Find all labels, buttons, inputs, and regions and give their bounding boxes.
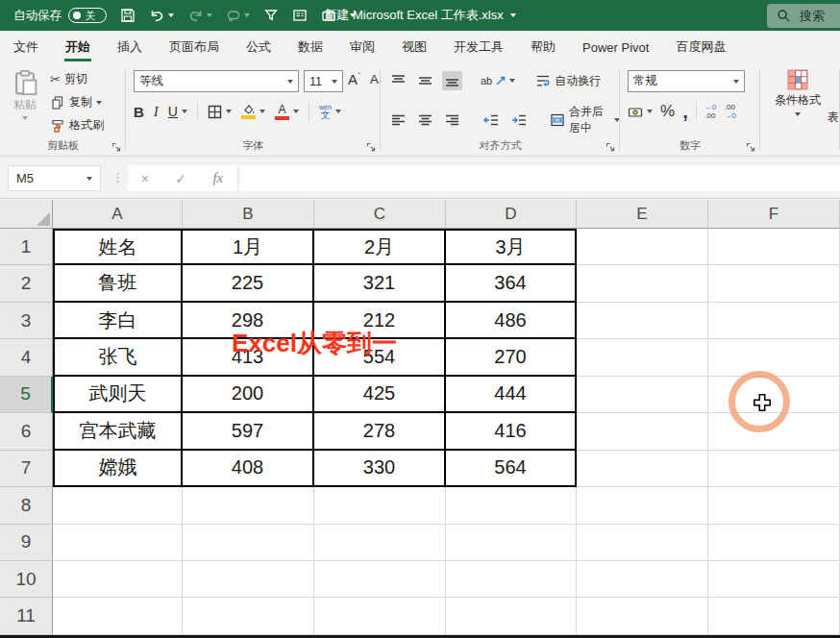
cell-E10[interactable]	[577, 561, 708, 598]
merge-center-button[interactable]: 合并后居中	[550, 104, 620, 136]
cell-E7[interactable]	[577, 451, 708, 487]
cell-D5[interactable]: 444	[446, 377, 577, 413]
align-left-button[interactable]	[388, 110, 408, 130]
align-top-button[interactable]	[388, 71, 408, 90]
cell-D10[interactable]	[446, 561, 577, 598]
cell-F7[interactable]	[708, 451, 840, 487]
number-dialog-launcher-icon[interactable]	[746, 142, 755, 152]
cell-A8[interactable]	[53, 487, 183, 524]
row-header-8[interactable]: 8	[0, 487, 53, 524]
cell-A7[interactable]: 嫦娥	[53, 451, 183, 487]
cell-F1[interactable]	[708, 229, 840, 265]
orientation-dropdown-icon[interactable]	[509, 79, 515, 83]
alignment-dialog-launcher-icon[interactable]	[605, 142, 615, 152]
number-format-select[interactable]: 常规	[628, 70, 745, 92]
row-header-10[interactable]: 10	[0, 561, 53, 598]
cell-E2[interactable]	[577, 265, 708, 302]
cell-D3[interactable]: 486	[446, 303, 577, 339]
cell-E3[interactable]	[577, 303, 708, 339]
cell-B5[interactable]: 200	[183, 377, 314, 413]
bold-button[interactable]: B	[134, 104, 144, 120]
comma-style-button[interactable]: ,	[682, 106, 688, 117]
borders-button[interactable]	[208, 105, 232, 119]
search-box[interactable]: 搜索	[767, 4, 840, 28]
tab-file[interactable]: 文件	[0, 31, 52, 63]
row-header-7[interactable]: 7	[0, 451, 53, 487]
cell-F8[interactable]	[708, 487, 840, 524]
fill-color-dropdown-icon[interactable]	[259, 110, 265, 113]
name-box-dropdown-icon[interactable]	[86, 177, 92, 181]
accounting-dropdown-icon[interactable]	[647, 110, 653, 113]
font-name-select[interactable]: 等线	[134, 70, 299, 92]
save-button[interactable]	[120, 8, 136, 23]
percent-style-button[interactable]: %	[660, 102, 675, 121]
column-header-F[interactable]: F	[708, 200, 840, 229]
cell-C1[interactable]: 2月	[314, 229, 446, 265]
tab-page-layout[interactable]: 页面布局	[156, 31, 233, 63]
select-all-corner[interactable]	[0, 200, 53, 229]
borders-dropdown-icon[interactable]	[226, 110, 232, 113]
tab-help[interactable]: 帮助	[517, 31, 569, 63]
cell-A3[interactable]: 李白	[53, 303, 183, 339]
conditional-formatting-button[interactable]: 条件格式	[770, 69, 826, 116]
cell-C8[interactable]	[314, 487, 446, 524]
accounting-format-button[interactable]	[628, 104, 653, 119]
cell-B7[interactable]: 408	[183, 451, 314, 487]
align-bottom-button[interactable]	[442, 71, 462, 90]
cell-B9[interactable]	[183, 525, 314, 561]
cell-B6[interactable]: 597	[183, 413, 314, 450]
cell-F9[interactable]	[708, 525, 840, 561]
font-color-dropdown-icon[interactable]	[293, 110, 299, 113]
underline-button[interactable]: U	[168, 104, 187, 119]
cell-F11[interactable]	[708, 598, 840, 634]
autosave-toggle[interactable]: 自动保存 关	[13, 8, 107, 24]
row-header-2[interactable]: 2	[0, 265, 53, 302]
decrease-indent-button[interactable]	[481, 110, 502, 130]
column-header-A[interactable]: A	[53, 200, 183, 229]
tab-power-pivot[interactable]: Power Pivot	[569, 31, 662, 63]
orientation-button[interactable]: ab	[481, 75, 515, 86]
cell-F2[interactable]	[708, 265, 840, 302]
cell-E11[interactable]	[577, 598, 708, 634]
cell-B8[interactable]	[183, 487, 314, 524]
copy-button[interactable]: 复制	[50, 94, 104, 110]
font-color-button[interactable]: A	[275, 104, 299, 120]
cell-D7[interactable]: 564	[446, 451, 577, 487]
column-header-E[interactable]: E	[577, 200, 708, 229]
decrease-decimal-button[interactable]: .00 →0	[724, 104, 735, 120]
cell-A4[interactable]: 张飞	[53, 339, 183, 376]
tab-view[interactable]: 视图	[388, 31, 440, 63]
format-as-table-partial-label[interactable]: 表	[828, 110, 839, 126]
cell-D8[interactable]	[446, 487, 577, 524]
form-button[interactable]	[292, 8, 308, 23]
row-header-11[interactable]: 11	[0, 598, 53, 634]
name-box[interactable]: M5	[8, 165, 101, 191]
tab-developer[interactable]: 开发工具	[440, 31, 517, 63]
cut-button[interactable]: ✂ 剪切	[50, 71, 104, 87]
tab-formulas[interactable]: 公式	[233, 31, 284, 63]
title-dropdown-icon[interactable]	[510, 13, 516, 17]
font-size-select[interactable]: 11	[304, 70, 343, 92]
tab-baidu-netdisk[interactable]: 百度网盘	[662, 31, 739, 63]
cell-F10[interactable]	[708, 561, 840, 598]
shrink-font-button[interactable]: Aˇ	[370, 72, 382, 89]
phonetic-button[interactable]: wén 文	[319, 104, 341, 120]
undo-button[interactable]	[149, 8, 174, 23]
column-header-D[interactable]: D	[446, 200, 577, 229]
undo-dropdown-icon[interactable]	[168, 13, 174, 17]
cell-E8[interactable]	[577, 487, 708, 524]
align-middle-button[interactable]	[415, 71, 435, 90]
align-center-button[interactable]	[415, 110, 435, 130]
cell-A5[interactable]: 武则天	[53, 377, 183, 413]
cell-D2[interactable]: 364	[446, 265, 577, 302]
cell-D11[interactable]	[446, 598, 577, 634]
row-header-5[interactable]: 5	[0, 377, 53, 413]
font-dialog-launcher-icon[interactable]	[366, 142, 376, 152]
tab-insert[interactable]: 插入	[104, 31, 156, 63]
filter-button[interactable]	[263, 8, 279, 23]
underline-dropdown-icon[interactable]	[182, 110, 187, 113]
row-header-3[interactable]: 3	[0, 303, 53, 339]
qat-overflow-icon[interactable]	[350, 13, 356, 17]
fill-color-button[interactable]	[241, 104, 265, 119]
cell-F3[interactable]	[708, 303, 840, 339]
